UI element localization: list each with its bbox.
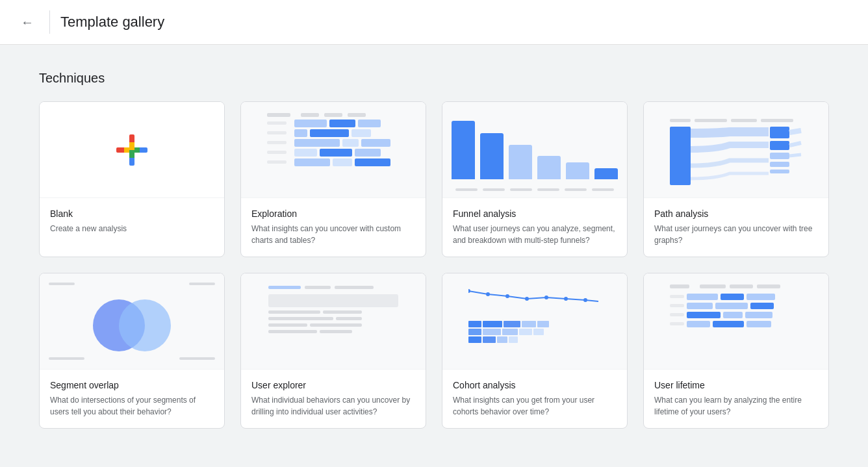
svg-rect-3 xyxy=(770,162,789,167)
cohort-card-desc: What insights can you get from your user… xyxy=(453,394,617,418)
back-button[interactable]: ← xyxy=(16,10,39,34)
exploration-card-name: Exploration xyxy=(251,208,415,219)
cohort-card-info: Cohort analysis What insights can you ge… xyxy=(442,370,627,428)
back-arrow-icon: ← xyxy=(21,15,34,30)
funnel-x-labels xyxy=(455,188,614,191)
exploration-card-info: Exploration What insights can you uncove… xyxy=(241,198,426,257)
funnel-visual xyxy=(442,114,627,186)
section-title: Techniques xyxy=(39,71,829,86)
blank-card-info: Blank Create a new analysis xyxy=(40,198,224,245)
user-lifetime-card-name: User lifetime xyxy=(654,380,818,390)
segment-overlap-card-info: Segment overlap What do intersections of… xyxy=(40,370,224,428)
exploration-visual xyxy=(262,108,405,192)
user-explorer-card-name: User explorer xyxy=(251,380,415,390)
cohort-preview xyxy=(442,273,627,370)
svg-rect-1 xyxy=(770,141,789,150)
blank-preview xyxy=(40,102,224,198)
svg-point-7 xyxy=(505,294,509,298)
user-explorer-card-desc: What individual behaviors can you uncove… xyxy=(251,394,415,418)
svg-rect-0 xyxy=(770,127,789,138)
funnel-card-name: Funnel analysis xyxy=(453,208,617,219)
user-lifetime-card-info: User lifetime What can you learn by anal… xyxy=(644,370,828,428)
svg-point-8 xyxy=(525,297,529,301)
user-lifetime-visual xyxy=(665,279,808,364)
techniques-section: Techniques Blank Create a new analysis xyxy=(39,71,829,429)
page-title: Template gallery xyxy=(60,14,164,31)
user-lifetime-card-desc: What can you learn by analyzing the enti… xyxy=(654,394,818,418)
plus-icon xyxy=(116,134,147,166)
svg-rect-2 xyxy=(770,153,789,159)
svg-point-5 xyxy=(468,289,470,293)
svg-point-6 xyxy=(486,292,490,296)
header: ← Template gallery xyxy=(0,0,868,45)
funnel-card-info: Funnel analysis What user journeys can y… xyxy=(442,198,627,257)
blank-card-name: Blank xyxy=(50,208,214,219)
funnel-card[interactable]: Funnel analysis What user journeys can y… xyxy=(442,101,628,257)
svg-rect-4 xyxy=(770,170,789,173)
blank-card[interactable]: Blank Create a new analysis xyxy=(39,101,225,257)
blank-card-desc: Create a new analysis xyxy=(50,223,214,234)
path-preview xyxy=(644,102,828,198)
svg-point-9 xyxy=(544,296,548,299)
svg-point-10 xyxy=(564,297,568,301)
path-card-name: Path analysis xyxy=(654,208,818,219)
main-content: Techniques Blank Create a new analysis xyxy=(0,45,868,455)
cards-grid: Blank Create a new analysis xyxy=(39,101,829,429)
segment-overlap-card-name: Segment overlap xyxy=(50,380,214,390)
header-divider xyxy=(49,10,50,34)
user-lifetime-preview xyxy=(644,273,828,370)
user-explorer-card-info: User explorer What individual behaviors … xyxy=(241,370,426,428)
segment-overlap-preview xyxy=(40,273,224,370)
path-card[interactable]: Path analysis What user journeys can you… xyxy=(643,101,829,257)
cohort-card-name: Cohort analysis xyxy=(453,380,617,390)
cohort-card[interactable]: Cohort analysis What insights can you ge… xyxy=(442,273,628,429)
overlap-circles xyxy=(80,296,184,355)
user-explorer-card[interactable]: User explorer What individual behaviors … xyxy=(240,273,426,429)
user-lifetime-card[interactable]: User lifetime What can you learn by anal… xyxy=(643,273,829,429)
user-explorer-preview xyxy=(241,273,426,370)
cohort-visual xyxy=(463,279,606,364)
funnel-preview xyxy=(442,102,627,198)
funnel-card-desc: What user journeys can you analyze, segm… xyxy=(453,223,617,246)
exploration-card-desc: What insights can you uncover with custo… xyxy=(251,223,415,246)
svg-point-11 xyxy=(583,298,587,302)
path-card-desc: What user journeys can you uncover with … xyxy=(654,223,818,246)
exploration-card[interactable]: Exploration What insights can you uncove… xyxy=(240,101,426,257)
path-visual xyxy=(665,111,808,189)
segment-overlap-card[interactable]: Segment overlap What do intersections of… xyxy=(39,273,225,429)
exploration-preview xyxy=(241,102,426,198)
path-card-info: Path analysis What user journeys can you… xyxy=(644,198,828,257)
segment-overlap-card-desc: What do intersections of your segments o… xyxy=(50,394,214,418)
user-explorer-visual xyxy=(262,279,405,364)
